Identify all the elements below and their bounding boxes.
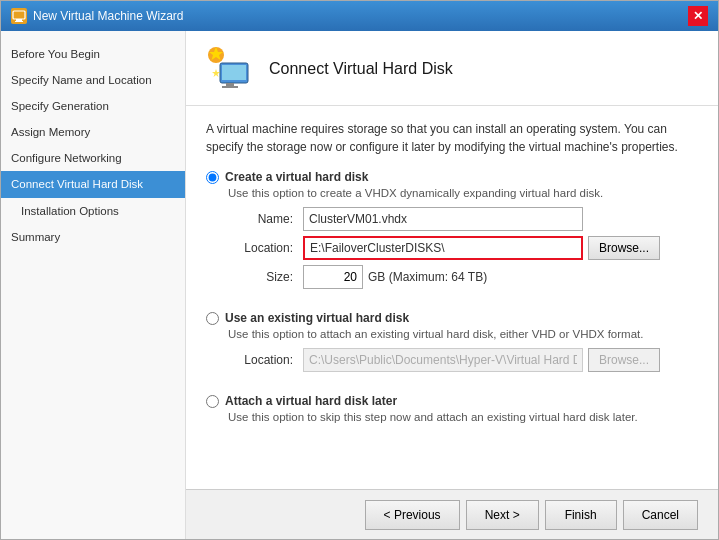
- existing-location-row: Location: Browse...: [228, 348, 698, 372]
- next-button[interactable]: Next >: [466, 500, 539, 530]
- sidebar-item-installation-options[interactable]: Installation Options: [1, 198, 185, 224]
- option-attach-later: Attach a virtual hard disk later Use thi…: [206, 394, 698, 423]
- name-input[interactable]: [303, 207, 583, 231]
- size-suffix: GB (Maximum: 64 TB): [368, 270, 487, 284]
- browse-button-1[interactable]: Browse...: [588, 236, 660, 260]
- location-label: Location:: [228, 241, 293, 255]
- close-button[interactable]: ✕: [688, 6, 708, 26]
- location-row: Location: Browse...: [228, 236, 698, 260]
- svg-rect-0: [13, 11, 25, 19]
- svg-marker-9: [212, 69, 220, 77]
- page-header: Connect Virtual Hard Disk: [186, 31, 718, 106]
- svg-rect-7: [226, 83, 234, 86]
- description-text: A virtual machine requires storage so th…: [206, 120, 698, 156]
- sidebar-item-specify-name[interactable]: Specify Name and Location: [1, 67, 185, 93]
- browse-button-2: Browse...: [588, 348, 660, 372]
- cancel-button[interactable]: Cancel: [623, 500, 698, 530]
- existing-location-label: Location:: [228, 353, 293, 367]
- page-title: Connect Virtual Hard Disk: [269, 60, 453, 78]
- window-title: New Virtual Machine Wizard: [33, 9, 184, 23]
- option1-radio[interactable]: [206, 171, 219, 184]
- option2-radio[interactable]: [206, 312, 219, 325]
- title-bar: New Virtual Machine Wizard ✕: [1, 1, 718, 31]
- sidebar-item-connect-vhd[interactable]: Connect Virtual Hard Disk: [1, 171, 185, 197]
- sidebar-item-configure-networking[interactable]: Configure Networking: [1, 145, 185, 171]
- sidebar-item-before-you-begin[interactable]: Before You Begin: [1, 41, 185, 67]
- name-row: Name:: [228, 207, 698, 231]
- size-label: Size:: [228, 270, 293, 284]
- size-input[interactable]: [303, 265, 363, 289]
- main-window: New Virtual Machine Wizard ✕ Before You …: [0, 0, 719, 540]
- header-icon: [206, 45, 254, 93]
- svg-rect-8: [222, 86, 238, 88]
- option-existing-vhd: Use an existing virtual hard disk Use th…: [206, 311, 698, 372]
- main-content: Connect Virtual Hard Disk A virtual mach…: [186, 31, 718, 539]
- sidebar-item-specify-generation[interactable]: Specify Generation: [1, 93, 185, 119]
- svg-rect-1: [16, 19, 22, 21]
- previous-button[interactable]: < Previous: [365, 500, 460, 530]
- content-area: Before You Begin Specify Name and Locati…: [1, 31, 718, 539]
- finish-button[interactable]: Finish: [545, 500, 617, 530]
- option1-subtext: Use this option to create a VHDX dynamic…: [228, 187, 698, 199]
- option2-subtext: Use this option to attach an existing vi…: [228, 328, 698, 340]
- app-icon: [11, 8, 27, 24]
- option-create-vhd: Create a virtual hard disk Use this opti…: [206, 170, 698, 289]
- existing-location-input: [303, 348, 583, 372]
- location-input[interactable]: [303, 236, 583, 260]
- option3-subtext: Use this option to skip this step now an…: [228, 411, 698, 423]
- option3-radio[interactable]: [206, 395, 219, 408]
- option3-label[interactable]: Attach a virtual hard disk later: [206, 394, 698, 408]
- sidebar-item-summary[interactable]: Summary: [1, 224, 185, 250]
- svg-rect-2: [15, 21, 23, 22]
- footer: < Previous Next > Finish Cancel: [186, 489, 718, 539]
- svg-rect-6: [222, 65, 246, 80]
- option1-label[interactable]: Create a virtual hard disk: [206, 170, 698, 184]
- size-row: Size: GB (Maximum: 64 TB): [228, 265, 698, 289]
- option2-label[interactable]: Use an existing virtual hard disk: [206, 311, 698, 325]
- sidebar-item-assign-memory[interactable]: Assign Memory: [1, 119, 185, 145]
- name-label: Name:: [228, 212, 293, 226]
- sidebar: Before You Begin Specify Name and Locati…: [1, 31, 186, 539]
- title-bar-left: New Virtual Machine Wizard: [11, 8, 184, 24]
- page-body: A virtual machine requires storage so th…: [186, 106, 718, 489]
